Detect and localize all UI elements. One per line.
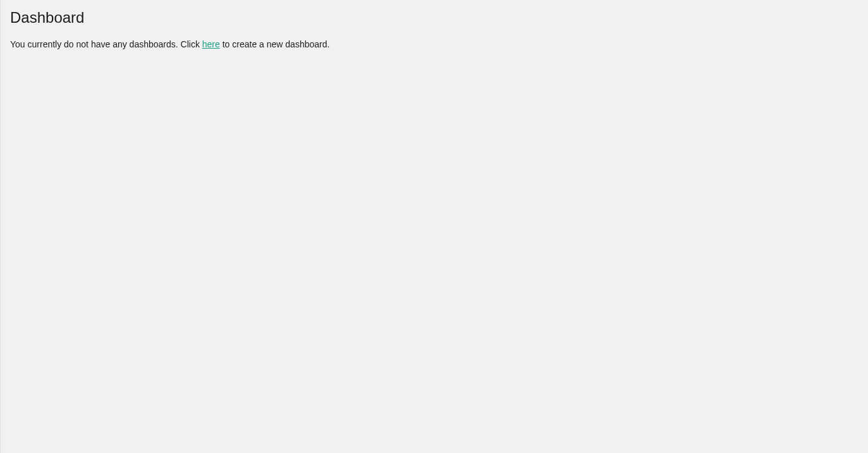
- empty-state-suffix: to create a new dashboard.: [220, 39, 330, 49]
- main-content: Dashboard You currently do not have any …: [1, 0, 868, 59]
- empty-state-prefix: You currently do not have any dashboards…: [10, 39, 202, 49]
- create-dashboard-link[interactable]: here: [202, 39, 220, 49]
- empty-state-message: You currently do not have any dashboards…: [10, 39, 859, 51]
- page-title: Dashboard: [10, 9, 859, 27]
